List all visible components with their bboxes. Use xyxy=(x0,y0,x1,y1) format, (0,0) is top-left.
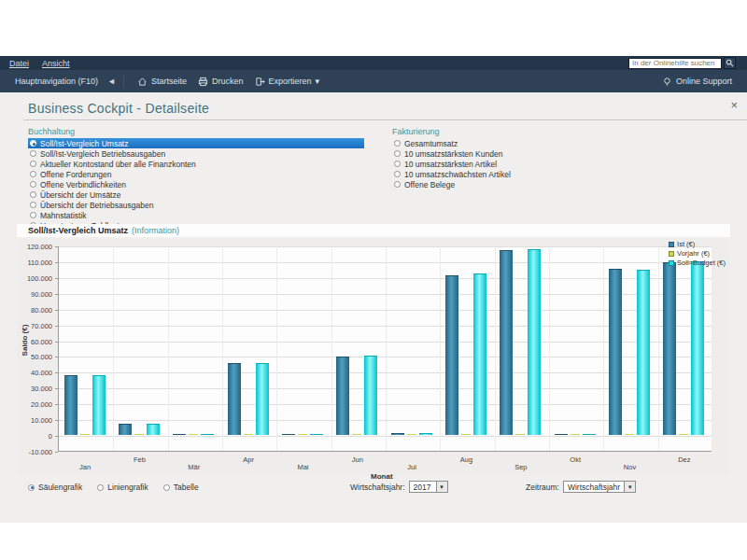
bar-vorjahr xyxy=(625,434,634,435)
chevron-down-icon[interactable]: ▼ xyxy=(624,482,635,492)
information-link[interactable]: (Information) xyxy=(132,226,179,235)
search-button[interactable] xyxy=(724,57,736,69)
menu-bar: Datei Ansicht xyxy=(0,56,747,70)
y-tick-mark xyxy=(55,452,58,453)
y-tick-mark xyxy=(55,262,58,263)
list-item[interactable]: Gesamtumsatz xyxy=(392,138,654,148)
list-item[interactable]: 10 umsatzstärksten Kunden xyxy=(392,148,654,159)
drucken-button[interactable]: Drucken xyxy=(192,74,249,90)
radio-icon[interactable] xyxy=(30,202,36,208)
list-item-label: 10 umsatzstärksten Kunden xyxy=(404,149,502,159)
x-tick-label: Feb xyxy=(121,455,159,464)
list-item[interactable]: 10 umsatzschwächsten Artikel xyxy=(392,169,654,179)
radio-icon[interactable] xyxy=(30,161,36,167)
bar-ist xyxy=(555,434,568,435)
list-item[interactable]: Übersicht der Betriebsausgaben xyxy=(28,200,364,210)
bar-soll xyxy=(419,433,432,435)
list-item[interactable]: Offene Belege xyxy=(392,179,654,189)
chart-title: Soll/Ist-Vergleich Umsatz xyxy=(28,226,128,235)
menu-datei[interactable]: Datei xyxy=(9,59,29,68)
list-item[interactable]: Offene Forderungen xyxy=(28,169,364,179)
radio-icon[interactable] xyxy=(30,140,36,147)
bar-ist xyxy=(173,434,186,435)
month-separator xyxy=(168,246,169,451)
exportieren-button[interactable]: Exportieren ▾ xyxy=(249,74,326,90)
fiscal-year-select[interactable]: 2017 ▼ xyxy=(409,481,448,493)
radio-icon[interactable] xyxy=(30,171,36,177)
chart-type-label: Tabelle xyxy=(174,483,199,492)
x-tick-label: Jun xyxy=(339,455,376,464)
list-item-label: Soll/Ist-Vergleich Betriebsausgaben xyxy=(40,149,165,159)
export-icon xyxy=(255,77,265,87)
bar-ist xyxy=(64,375,78,435)
bar-soll xyxy=(473,273,486,435)
radio-icon[interactable] xyxy=(30,181,36,188)
list-item-label: Übersicht der Betriebsausgaben xyxy=(40,201,153,210)
bar-group xyxy=(445,273,486,435)
y-tick-mark xyxy=(55,436,58,437)
buchhaltung-panel: Buchhaltung Soll/Ist-Vergleich UmsatzSol… xyxy=(28,127,364,231)
legend-label: Vorjahr (€) xyxy=(677,249,710,258)
radio-icon[interactable] xyxy=(394,140,401,147)
list-item[interactable]: Mahnstatistik xyxy=(28,210,364,220)
bar-vorjahr xyxy=(407,434,416,435)
chart-type-option[interactable]: Tabelle xyxy=(163,483,199,492)
x-tick-label: Mär xyxy=(176,463,213,471)
y-tick-label: 40.000 xyxy=(21,369,52,377)
list-item-label: Offene Verbindlichkeiten xyxy=(40,180,126,189)
bar-vorjahr xyxy=(298,434,307,435)
list-item[interactable]: Offene Verbindlichkeiten xyxy=(28,179,364,189)
list-item[interactable]: Soll/Ist-Vergleich Betriebsausgaben xyxy=(28,148,364,159)
bar-ist xyxy=(663,262,676,435)
list-item[interactable]: Soll/Ist-Vergleich Umsatz xyxy=(28,138,364,148)
month-separator xyxy=(386,246,387,451)
y-tick-label: 20.000 xyxy=(21,400,52,409)
list-item[interactable]: Übersicht der Umsätze xyxy=(28,189,364,200)
radio-icon[interactable] xyxy=(394,150,401,157)
period-select[interactable]: Wirtschaftsjahr ▼ xyxy=(563,481,636,493)
bar-group xyxy=(173,434,214,435)
radio-icon[interactable] xyxy=(394,161,401,167)
radio-icon[interactable] xyxy=(163,484,170,491)
startseite-button[interactable]: Startseite xyxy=(132,74,192,90)
chart-title-bar: Soll/Ist-Vergleich Umsatz (Information) xyxy=(17,224,730,237)
y-tick-label: 110.000 xyxy=(21,259,52,267)
x-tick-label: Mai xyxy=(285,463,322,471)
help-search-input[interactable] xyxy=(628,58,722,69)
list-item[interactable]: 10 umsatzstärksten Artikel xyxy=(392,159,654,169)
radio-icon[interactable] xyxy=(30,212,36,218)
hauptnavigation-button[interactable]: Hauptnavigation (F10) xyxy=(9,74,104,89)
title-divider xyxy=(23,119,747,120)
bar-soll xyxy=(310,434,323,435)
bar-group xyxy=(391,433,432,435)
chevron-down-icon[interactable]: ▼ xyxy=(436,482,447,492)
y-tick-mark xyxy=(55,357,58,357)
legend-swatch xyxy=(669,251,674,257)
radio-icon[interactable] xyxy=(28,484,35,491)
radio-icon[interactable] xyxy=(97,484,104,491)
close-icon[interactable]: × xyxy=(730,99,738,111)
online-support-button[interactable]: Online Support xyxy=(656,74,738,90)
radio-icon[interactable] xyxy=(394,181,401,188)
bar-soll xyxy=(92,375,106,435)
chart-type-option[interactable]: Säulengrafik xyxy=(28,483,82,492)
legend-swatch xyxy=(669,242,674,247)
page-title: Business Cockpit - Detailseite xyxy=(28,101,209,116)
fiscal-year-control: Wirtschaftsjahr: 2017 ▼ xyxy=(350,481,448,493)
y-tick-label: 10.000 xyxy=(21,416,52,425)
collapse-nav-icon[interactable]: ◄ xyxy=(107,77,116,86)
list-item-label: Aktueller Kontostand über alle Finanzkon… xyxy=(40,160,196,169)
list-item[interactable]: Aktueller Kontostand über alle Finanzkon… xyxy=(28,159,364,169)
menu-ansicht[interactable]: Ansicht xyxy=(42,59,70,68)
chart-type-option[interactable]: Liniengrafik xyxy=(97,483,148,492)
y-tick-mark xyxy=(55,278,58,279)
fiscal-year-value: 2017 xyxy=(410,482,436,492)
radio-icon[interactable] xyxy=(30,191,36,198)
bar-ist xyxy=(500,250,513,435)
radio-icon[interactable] xyxy=(30,150,36,157)
radio-icon[interactable] xyxy=(394,171,401,177)
month-separator xyxy=(222,246,223,451)
x-tick-label: Aug xyxy=(448,455,486,464)
legend-entry: Soll=Budget (€) xyxy=(669,259,726,267)
bar-soll xyxy=(256,363,269,435)
